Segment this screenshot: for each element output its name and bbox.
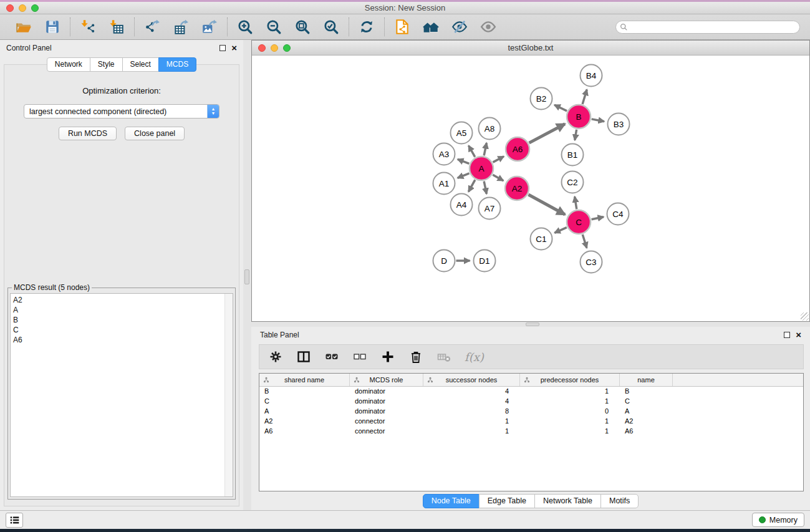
- column-header-successor-nodes[interactable]: successor nodes: [423, 374, 520, 386]
- result-list-item[interactable]: A: [13, 305, 223, 315]
- node-B1[interactable]: B1: [562, 144, 584, 166]
- edge-C-C2[interactable]: [575, 196, 577, 209]
- float-panel-icon[interactable]: [784, 332, 790, 338]
- tab-mcds[interactable]: MCDS: [158, 57, 196, 72]
- edge-A-A5[interactable]: [469, 145, 475, 157]
- main-window-titlebar[interactable]: Session: New Session: [0, 2, 810, 14]
- table-row[interactable]: A6connector11A6: [259, 427, 803, 437]
- table-cell[interactable]: 1: [423, 417, 520, 427]
- resize-grip-icon[interactable]: [801, 312, 809, 321]
- edge-A2-C[interactable]: [528, 195, 565, 215]
- table-cell[interactable]: B: [620, 387, 673, 397]
- table-cell[interactable]: C: [259, 397, 350, 407]
- table-row[interactable]: A2connector11A2: [259, 417, 803, 427]
- column-header-shared-name[interactable]: shared name: [259, 374, 350, 386]
- export-table-button[interactable]: [172, 18, 190, 36]
- node-A2[interactable]: A2: [505, 177, 529, 200]
- edge-A6-B[interactable]: [529, 124, 565, 143]
- edge-A-A7[interactable]: [484, 181, 486, 194]
- node-B2[interactable]: B2: [531, 88, 552, 110]
- show-all-button[interactable]: [480, 18, 497, 36]
- optimization-criterion-select[interactable]: largest connected component (directed) ▲…: [24, 104, 219, 118]
- zoom-in-button[interactable]: [236, 18, 254, 36]
- table-cell[interactable]: 1: [520, 397, 620, 407]
- node-table[interactable]: shared name MCDS role successor nodes pr…: [259, 373, 804, 491]
- table-cell[interactable]: 1: [520, 417, 620, 427]
- close-panel-button[interactable]: Close panel: [125, 127, 185, 140]
- node-B[interactable]: B: [567, 105, 591, 128]
- node-B4[interactable]: B4: [581, 65, 602, 87]
- open-session-button[interactable]: [15, 18, 32, 36]
- network-window-titlebar[interactable]: testGlobe.txt: [252, 41, 809, 56]
- edge-B-B4[interactable]: [582, 89, 587, 104]
- import-network-file-button[interactable]: [79, 18, 97, 36]
- first-neighbors-button[interactable]: [422, 18, 440, 36]
- tab-network[interactable]: Network: [47, 57, 90, 72]
- save-session-button[interactable]: [44, 18, 61, 36]
- edge-B-B3[interactable]: [592, 119, 604, 122]
- splitter-handle[interactable]: [244, 269, 249, 284]
- table-cell[interactable]: A2: [259, 417, 350, 427]
- network-canvas[interactable]: AA1A2A3A4A5A6A7A8BB1B2B3B4CC1C2C3C4DD1: [252, 56, 809, 321]
- search-input[interactable]: [628, 22, 799, 32]
- node-C2[interactable]: C2: [562, 172, 584, 193]
- table-row[interactable]: Bdominator41B: [259, 387, 803, 397]
- table-cell[interactable]: A6: [620, 427, 673, 437]
- tab-network-table[interactable]: Network Table: [534, 494, 601, 508]
- column-header-predecessor-nodes[interactable]: predecessor nodes: [520, 374, 620, 386]
- mcds-result-list[interactable]: A2ABCA6: [10, 293, 233, 497]
- table-cell[interactable]: connector: [350, 417, 423, 427]
- zoom-fit-button[interactable]: [294, 18, 311, 36]
- tab-edge-table[interactable]: Edge Table: [479, 494, 535, 508]
- tab-select[interactable]: Select: [122, 57, 159, 72]
- table-cell[interactable]: 1: [423, 427, 520, 437]
- split-columns-button[interactable]: [296, 349, 311, 364]
- close-panel-icon[interactable]: ×: [796, 332, 801, 338]
- node-A8[interactable]: A8: [479, 118, 501, 140]
- node-A1[interactable]: A1: [433, 173, 455, 195]
- result-list-item[interactable]: C: [13, 325, 223, 335]
- table-settings-gear-button[interactable]: [268, 349, 283, 364]
- table-cell[interactable]: B: [259, 387, 350, 397]
- deselect-all-checkboxes-button[interactable]: [352, 349, 367, 364]
- result-list-scrollbar[interactable]: [224, 294, 233, 496]
- node-A4[interactable]: A4: [451, 194, 473, 216]
- node-D[interactable]: D: [433, 250, 455, 272]
- search-field[interactable]: [615, 21, 800, 34]
- close-panel-icon[interactable]: ×: [231, 45, 237, 51]
- result-list-item[interactable]: A2: [13, 295, 223, 305]
- import-table-file-button[interactable]: [108, 18, 125, 36]
- tab-node-table[interactable]: Node Table: [423, 494, 480, 508]
- splitter-handle[interactable]: [526, 322, 539, 326]
- edge-B-B1[interactable]: [575, 130, 577, 140]
- table-row[interactable]: Cdominator41C: [259, 397, 803, 407]
- node-C[interactable]: C: [567, 210, 591, 234]
- node-A3[interactable]: A3: [433, 143, 455, 165]
- select-all-checkboxes-button[interactable]: [324, 349, 339, 364]
- table-cell[interactable]: 0: [520, 407, 620, 417]
- add-column-button[interactable]: [380, 349, 395, 364]
- node-D1[interactable]: D1: [474, 250, 496, 272]
- export-image-button[interactable]: [201, 18, 218, 36]
- refresh-view-button[interactable]: [358, 18, 375, 36]
- network-graph[interactable]: AA1A2A3A4A5A6A7A8BB1B2B3B4CC1C2C3C4DD1: [252, 56, 809, 321]
- edge-A-A6[interactable]: [493, 157, 504, 162]
- edge-A-A2[interactable]: [493, 175, 503, 180]
- node-A7[interactable]: A7: [479, 198, 501, 220]
- table-cell[interactable]: C: [620, 397, 673, 407]
- result-list-item[interactable]: A6: [13, 335, 223, 345]
- node-C4[interactable]: C4: [607, 203, 629, 225]
- table-cell[interactable]: dominator: [350, 387, 423, 397]
- table-row[interactable]: Adominator80A: [259, 407, 803, 417]
- node-A5[interactable]: A5: [451, 122, 473, 144]
- table-cell[interactable]: connector: [350, 427, 423, 437]
- column-header-MCDS-role[interactable]: MCDS role: [350, 374, 423, 386]
- delete-column-button[interactable]: [408, 349, 423, 364]
- hide-selected-button[interactable]: [451, 18, 468, 36]
- node-C3[interactable]: C3: [581, 251, 602, 273]
- float-panel-icon[interactable]: [219, 45, 226, 51]
- table-cell[interactable]: 1: [520, 387, 620, 397]
- table-cell[interactable]: dominator: [350, 397, 423, 407]
- tab-motifs[interactable]: Motifs: [600, 494, 639, 508]
- zoom-selected-button[interactable]: [322, 18, 340, 36]
